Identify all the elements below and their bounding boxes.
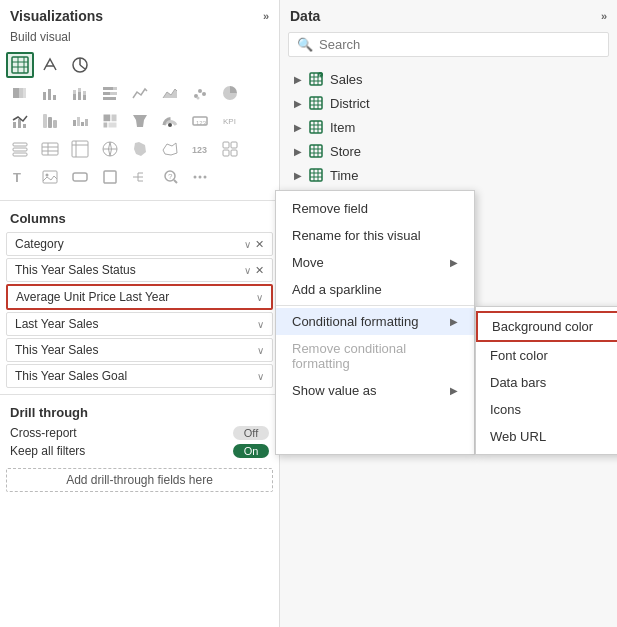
menu-item-remove-field-label: Remove field <box>292 201 368 216</box>
menu-item-sparkline[interactable]: Add a sparkline <box>276 276 474 303</box>
menu-item-rename[interactable]: Rename for this visual <box>276 222 474 249</box>
field-tyss-chevron: ∨ <box>244 265 251 276</box>
gauge-icon[interactable] <box>156 108 184 134</box>
pie-chart-icon[interactable] <box>216 80 244 106</box>
bar100-icon[interactable] <box>96 80 124 106</box>
keep-filters-toggle[interactable]: On <box>233 444 269 458</box>
columns-label: Columns <box>0 205 279 230</box>
stacked-bar-icon[interactable] <box>6 80 34 106</box>
svg-rect-24 <box>110 92 117 95</box>
cond-format-arrow-icon: ▶ <box>450 316 458 327</box>
field-tyss-text: This Year Sales Status <box>15 263 244 277</box>
field-auplly[interactable]: Average Unit Price Last Year ∨ <box>6 284 273 310</box>
svg-rect-0 <box>12 57 28 73</box>
svg-point-28 <box>198 89 202 93</box>
search-input[interactable] <box>319 37 600 52</box>
analytics-icon-cell[interactable] <box>66 52 94 78</box>
qa-icon[interactable]: ? <box>156 164 184 190</box>
scatter-icon[interactable] <box>186 80 214 106</box>
menu-item-cond-format[interactable]: Conditional formatting ▶ <box>276 308 474 335</box>
cross-report-toggle[interactable]: Off <box>233 426 269 440</box>
funnel-icon[interactable] <box>126 108 154 134</box>
fields-list: Category ∨ ✕ This Year Sales Status ∨ ✕ … <box>0 230 279 390</box>
viz-panel-arrow[interactable]: » <box>263 10 269 22</box>
menu-item-show-value[interactable]: Show value as ▶ <box>276 377 474 404</box>
ribbon-icon[interactable] <box>36 108 64 134</box>
field-category-close[interactable]: ✕ <box>255 238 264 251</box>
table-icon-cell[interactable] <box>6 52 34 78</box>
col-chart-icon[interactable] <box>36 80 64 106</box>
field-tysg[interactable]: This Year Sales Goal ∨ <box>6 364 273 388</box>
data-panel-arrow[interactable]: » <box>601 10 607 22</box>
svg-rect-65 <box>223 150 229 156</box>
tree-item-time[interactable]: ▶ Time <box>288 163 609 187</box>
shape-icon[interactable] <box>96 164 124 190</box>
more-icon[interactable] <box>186 164 214 190</box>
filled-map-icon[interactable] <box>126 136 154 162</box>
tree-item-sales[interactable]: ▶ ∑ Sales <box>288 67 609 91</box>
tree-icon-store <box>308 143 324 159</box>
field-auplly-chevron: ∨ <box>256 292 263 303</box>
add-drillthrough-area[interactable]: Add drill-through fields here <box>6 468 273 492</box>
field-category[interactable]: Category ∨ ✕ <box>6 232 273 256</box>
menu-item-move[interactable]: Move ▶ <box>276 249 474 276</box>
submenu-item-font-color[interactable]: Font color <box>476 342 617 369</box>
slicer-icon[interactable] <box>6 136 34 162</box>
svg-rect-25 <box>103 97 116 100</box>
svg-rect-95 <box>310 121 322 133</box>
treemap-icon[interactable] <box>96 108 124 134</box>
table-viz-icon[interactable] <box>36 136 64 162</box>
visualizations-panel: Visualizations » Build visual <box>0 0 280 627</box>
image-icon[interactable] <box>36 164 64 190</box>
submenu-item-bg-color[interactable]: Background color <box>476 311 617 342</box>
button-icon[interactable] <box>66 164 94 190</box>
viz-panel-title: Visualizations <box>10 8 103 24</box>
svg-point-69 <box>46 174 49 177</box>
shape-map-icon[interactable] <box>156 136 184 162</box>
submenu-item-web-url[interactable]: Web URL <box>476 423 617 450</box>
svg-rect-90 <box>310 97 322 109</box>
field-tys[interactable]: This Year Sales ∨ <box>6 338 273 362</box>
submenu-icons-label: Icons <box>490 402 521 417</box>
tree-item-item[interactable]: ▶ Item <box>288 115 609 139</box>
svg-rect-11 <box>23 88 26 98</box>
tree-item-store[interactable]: ▶ Store <box>288 139 609 163</box>
line-col-icon[interactable] <box>6 108 34 134</box>
map-icon[interactable] <box>96 136 124 162</box>
svg-text:T: T <box>13 170 21 185</box>
submenu-item-data-bars[interactable]: Data bars <box>476 369 617 396</box>
decomp-tree-icon[interactable] <box>126 164 154 190</box>
svg-rect-100 <box>310 145 322 157</box>
text-icon[interactable]: T <box>6 164 34 190</box>
number-icon[interactable]: 123 <box>186 136 214 162</box>
area-chart-icon[interactable] <box>156 80 184 106</box>
field-tyss-close[interactable]: ✕ <box>255 264 264 277</box>
tree-item-district[interactable]: ▶ District <box>288 91 609 115</box>
matrix-icon[interactable] <box>66 136 94 162</box>
kpi-icon[interactable]: KPI <box>216 108 244 134</box>
submenu-item-icons[interactable]: Icons <box>476 396 617 423</box>
menu-item-rename-label: Rename for this visual <box>292 228 421 243</box>
svg-line-78 <box>174 180 177 183</box>
svg-rect-37 <box>73 120 76 126</box>
card-icon[interactable]: 123 <box>186 108 214 134</box>
menu-item-remove-field[interactable]: Remove field <box>276 195 474 222</box>
svg-rect-71 <box>104 171 116 183</box>
field-tyss[interactable]: This Year Sales Status ∨ ✕ <box>6 258 273 282</box>
svg-rect-33 <box>23 124 26 128</box>
brush-icon-cell[interactable] <box>36 52 64 78</box>
svg-rect-34 <box>43 114 47 128</box>
stacked-col-icon[interactable] <box>66 80 94 106</box>
waterfall-icon[interactable] <box>66 108 94 134</box>
multirow-icon[interactable] <box>216 136 244 162</box>
drill-through-section: Drill through Cross-report Off Keep all … <box>0 399 279 464</box>
drill-label: Drill through <box>10 405 269 420</box>
svg-rect-14 <box>53 95 56 100</box>
icon-row-1 <box>6 52 273 78</box>
line-chart-icon[interactable] <box>126 80 154 106</box>
field-lys[interactable]: Last Year Sales ∨ <box>6 312 273 336</box>
field-tys-icons: ∨ <box>257 345 264 356</box>
add-drillthrough-text: Add drill-through fields here <box>66 473 213 487</box>
cross-report-row: Cross-report Off <box>10 424 269 442</box>
search-box[interactable]: 🔍 <box>288 32 609 57</box>
